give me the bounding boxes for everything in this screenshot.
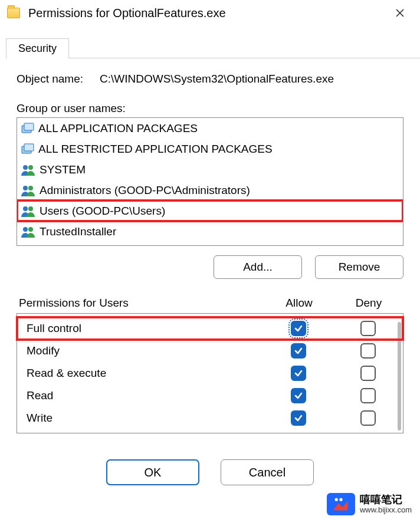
permission-name: Write	[27, 412, 261, 425]
close-button[interactable]	[387, 4, 413, 22]
svg-rect-3	[24, 144, 34, 151]
svg-point-12	[334, 498, 337, 501]
group-item-2[interactable]: SYSTEM	[17, 159, 403, 180]
svg-rect-1	[24, 123, 34, 130]
watermark-url: www.bijixx.com	[360, 506, 412, 514]
allow-checkbox[interactable]	[291, 343, 306, 359]
tab-strip: Security	[6, 38, 420, 58]
cancel-button[interactable]: Cancel	[221, 459, 314, 485]
permission-row-0: Full control	[17, 317, 403, 340]
permission-deny-cell	[336, 343, 401, 359]
ok-button[interactable]: OK	[106, 459, 199, 485]
group-item-5[interactable]: TrustedInstaller	[17, 221, 403, 242]
permission-allow-cell	[261, 410, 336, 426]
permission-deny-cell	[336, 321, 401, 336]
permissions-col-allow: Allow	[262, 297, 336, 310]
deny-checkbox[interactable]	[360, 343, 376, 359]
dialog-button-row: OK Cancel	[17, 459, 403, 485]
group-list-label: Group or user names:	[17, 102, 403, 115]
remove-button[interactable]: Remove	[315, 255, 403, 279]
svg-point-5	[28, 165, 33, 170]
watermark-title: 嘻嘻笔记	[360, 494, 412, 506]
group-item-label: Users (GOOD-PC\Users)	[40, 205, 165, 218]
permissions-list: Full controlModifyRead & executeReadWrit…	[17, 313, 403, 433]
package-icon	[21, 122, 35, 135]
permission-deny-cell	[336, 410, 401, 426]
watermark: 嘻嘻笔记 www.bijixx.com	[324, 492, 414, 517]
svg-point-8	[23, 206, 28, 211]
group-item-label: ALL APPLICATION PACKAGES	[38, 122, 198, 135]
group-item-0[interactable]: ALL APPLICATION PACKAGES	[17, 118, 403, 139]
permission-name: Modify	[27, 344, 261, 357]
tab-security[interactable]: Security	[6, 38, 69, 58]
group-item-1[interactable]: ALL RESTRICTED APPLICATION PACKAGES	[17, 139, 403, 159]
permission-deny-cell	[336, 366, 401, 381]
allow-checkbox[interactable]	[291, 388, 306, 403]
svg-point-10	[23, 227, 28, 232]
deny-checkbox[interactable]	[360, 366, 376, 381]
permission-name: Full control	[27, 322, 261, 335]
deny-checkbox[interactable]	[360, 321, 376, 336]
group-item-3[interactable]: Administrators (GOOD-PC\Administrators)	[17, 180, 403, 200]
permissions-header-label: Permissions for Users	[19, 297, 262, 310]
allow-checkbox[interactable]	[291, 410, 306, 426]
permission-name: Read & execute	[27, 367, 261, 380]
deny-checkbox[interactable]	[360, 388, 376, 403]
close-icon	[395, 8, 405, 18]
group-item-4[interactable]: Users (GOOD-PC\Users)	[17, 200, 403, 221]
permission-row-3: Read	[17, 384, 403, 407]
svg-point-6	[23, 186, 28, 190]
group-item-label: TrustedInstaller	[40, 225, 116, 238]
svg-point-4	[23, 165, 28, 170]
permission-row-1: Modify	[17, 340, 403, 362]
deny-checkbox[interactable]	[360, 410, 376, 426]
permission-name: Read	[27, 389, 261, 402]
group-item-label: Administrators (GOOD-PC\Administrators)	[40, 184, 250, 197]
window-title: Permissions for OptionalFeatures.exe	[28, 6, 387, 20]
object-name-row: Object name: C:\WINDOWS\System32\Optiona…	[17, 73, 403, 86]
users-icon	[21, 163, 36, 176]
object-name-label: Object name:	[17, 73, 83, 86]
allow-checkbox[interactable]	[291, 366, 306, 381]
group-item-label: SYSTEM	[40, 163, 86, 176]
permission-deny-cell	[336, 388, 401, 403]
group-item-label: ALL RESTRICTED APPLICATION PACKAGES	[38, 143, 273, 156]
permission-allow-cell	[261, 321, 336, 336]
package-icon	[21, 143, 35, 156]
svg-point-13	[339, 498, 342, 501]
permission-allow-cell	[261, 366, 336, 381]
folder-icon	[7, 8, 20, 18]
allow-checkbox[interactable]	[291, 321, 306, 336]
watermark-icon	[327, 493, 355, 515]
permission-row-4: Write	[17, 407, 403, 429]
svg-point-7	[28, 186, 33, 190]
svg-point-9	[28, 206, 33, 211]
users-icon	[21, 225, 36, 238]
permissions-col-deny: Deny	[336, 297, 401, 310]
group-list[interactable]: ALL APPLICATION PACKAGESALL RESTRICTED A…	[17, 117, 403, 246]
permission-allow-cell	[261, 343, 336, 359]
users-icon	[21, 205, 36, 218]
permission-allow-cell	[261, 388, 336, 403]
permission-row-2: Read & execute	[17, 362, 403, 384]
group-button-row: Add... Remove	[17, 255, 403, 279]
users-icon	[21, 184, 36, 197]
titlebar: Permissions for OptionalFeatures.exe	[0, 0, 420, 28]
tab-content: Object name: C:\WINDOWS\System32\Optiona…	[0, 58, 420, 485]
add-button[interactable]: Add...	[214, 255, 302, 279]
permissions-header: Permissions for Users Allow Deny	[17, 297, 403, 313]
object-name-value: C:\WINDOWS\System32\OptionalFeatures.exe	[100, 73, 334, 86]
svg-point-11	[28, 227, 33, 232]
